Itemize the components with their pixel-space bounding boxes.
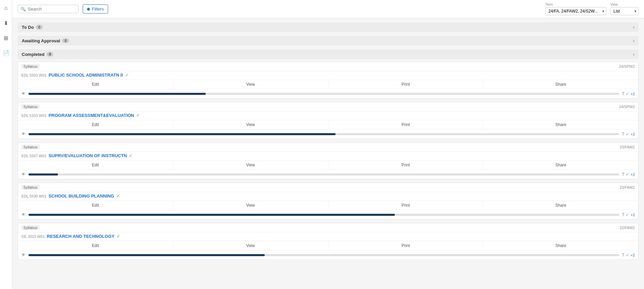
card-title-row: EDL 5103 W01 PROGRAM ASSESSMENT&EVALUATI… [18, 111, 638, 120]
action-row: Edit View Print Share [18, 160, 638, 169]
edit-button[interactable]: Edit [18, 161, 173, 169]
card-term: 24/SPW2 [619, 105, 635, 109]
share-button[interactable]: Share [483, 120, 638, 129]
course-code: EDL 5103 W01 [21, 113, 46, 118]
print-button[interactable]: Print [328, 241, 484, 250]
view-button[interactable]: View [173, 201, 328, 210]
grid-icon[interactable]: ⊞ [1, 33, 11, 43]
print-button[interactable]: Print [328, 201, 484, 210]
progress-actions: T ✓ +2 [622, 172, 635, 177]
todo-title: To Do 0 [22, 25, 43, 30]
course-code: EDL 5530 W01 [21, 194, 46, 198]
term-select-wrapper: 24/FA, 24/FAW2, 24/S2W... [545, 7, 606, 15]
progress-row: 👁 T ✓ +2 [18, 129, 638, 139]
awaiting-title: Awaiting Approval 0 [22, 38, 69, 43]
progress-bar [28, 214, 619, 216]
view-button[interactable]: View [173, 120, 328, 129]
home-icon[interactable]: ⌂ [1, 3, 11, 13]
share-button[interactable]: Share [483, 201, 638, 210]
syllabus-card: Syllabus 23/FAW2 EDL 5507 W01 SUPRV/EVAL… [18, 142, 639, 179]
check-action-icon[interactable]: ✓ [626, 253, 629, 257]
progress-fill [28, 214, 395, 216]
syllabus-card: Syllabus 24/SPW2 EDL 5103 W01 PROGRAM AS… [18, 102, 639, 139]
card-title-row: EDL 5507 W01 SUPRV/EVALUATION OF INSTRUC… [18, 152, 638, 160]
progress-actions: T ✓ +2 [622, 132, 635, 137]
progress-row: 👁 T ✓ +2 [18, 210, 638, 219]
term-label: Term [545, 3, 606, 6]
view-button[interactable]: View [173, 241, 328, 250]
more-button[interactable]: +2 [630, 92, 635, 96]
course-name: RESEARCH AND TECHNOLOGY [47, 234, 115, 239]
completed-cards-container: Syllabus 24/SPW2 EDL 5503 W01 PUBLIC SCH… [18, 62, 639, 260]
verified-icon: ✓ [129, 153, 133, 158]
progress-row: 👁 T ✓ +2 [18, 169, 638, 179]
card-term: 23/FAW2 [620, 185, 635, 189]
eye-icon[interactable]: 👁 [21, 212, 26, 217]
share-button[interactable]: Share [483, 80, 638, 89]
edit-button[interactable]: Edit [18, 120, 173, 129]
share-button[interactable]: Share [483, 161, 638, 169]
eye-icon[interactable]: 👁 [21, 172, 26, 177]
more-button[interactable]: +2 [630, 172, 635, 177]
share-button[interactable]: Share [483, 241, 638, 250]
course-name: SUPRV/EVALUATION OF INSTRUCTN [48, 153, 127, 158]
text-icon[interactable]: T [622, 253, 624, 257]
check-action-icon[interactable]: ✓ [626, 172, 629, 177]
print-button[interactable]: Print [328, 161, 484, 169]
eye-icon[interactable]: 👁 [21, 131, 26, 137]
view-selector-group: View List Grid Calendar [610, 3, 639, 15]
progress-fill [28, 173, 58, 176]
completed-header[interactable]: Completed 8 ‹ [18, 49, 639, 59]
more-button[interactable]: +2 [630, 213, 635, 217]
text-icon[interactable]: T [622, 212, 624, 217]
todo-section: To Do 0 ‹ [18, 22, 639, 32]
download-icon[interactable]: ⬇ [1, 18, 11, 28]
text-icon[interactable]: T [622, 132, 624, 137]
print-button[interactable]: Print [328, 80, 484, 89]
view-button[interactable]: View [173, 161, 328, 169]
more-button[interactable]: +2 [630, 253, 635, 257]
check-action-icon[interactable]: ✓ [626, 212, 629, 217]
check-action-icon[interactable]: ✓ [626, 91, 629, 96]
eye-icon[interactable]: 👁 [21, 91, 26, 96]
text-icon[interactable]: T [622, 91, 624, 96]
content-area: To Do 0 ‹ Awaiting Approval 0 › Complete… [12, 18, 644, 289]
course-code: EDL 5507 W01 [21, 154, 46, 158]
completed-chevron: ‹ [633, 51, 635, 57]
edit-button[interactable]: Edit [18, 80, 173, 89]
filters-button[interactable]: Filters [83, 4, 108, 14]
card-tag: Syllabus [21, 145, 40, 149]
search-input[interactable] [28, 6, 76, 12]
awaiting-header[interactable]: Awaiting Approval 0 › [18, 36, 639, 45]
more-button[interactable]: +2 [630, 132, 635, 136]
edit-button[interactable]: Edit [18, 241, 173, 250]
term-select[interactable]: 24/FA, 24/FAW2, 24/S2W... [545, 7, 606, 15]
completed-section: Completed 8 ‹ Syllabus 24/SPW2 EDL 5503 … [18, 49, 639, 260]
progress-bar [28, 173, 619, 176]
search-icon: 🔍 [21, 7, 26, 12]
progress-bar [28, 133, 619, 135]
check-action-icon[interactable]: ✓ [626, 132, 629, 137]
card-title-row: GE 2023 W01 RESEARCH AND TECHNOLOGY ✓ [18, 232, 638, 241]
view-button[interactable]: View [173, 80, 328, 89]
edit-button[interactable]: Edit [18, 201, 173, 210]
card-term: 23/FAW2 [620, 145, 635, 149]
completed-count: 8 [46, 52, 53, 57]
card-tag: Syllabus [21, 104, 40, 109]
text-icon[interactable]: T [622, 172, 624, 177]
card-header: Syllabus 23/FAW2 [18, 143, 638, 152]
document-icon[interactable]: 📄 [1, 48, 11, 58]
card-title-row: EDL 5530 W01 SCHOOL BUILDING PLANNING ✓ [18, 192, 638, 201]
eye-icon[interactable]: 👁 [21, 252, 26, 257]
todo-header[interactable]: To Do 0 ‹ [18, 22, 639, 32]
progress-fill [28, 93, 206, 95]
print-button[interactable]: Print [328, 120, 484, 129]
progress-actions: T ✓ +2 [622, 253, 635, 257]
view-select[interactable]: List Grid Calendar [610, 7, 639, 15]
progress-row: 👁 T ✓ +2 [18, 89, 638, 98]
verified-icon: ✓ [116, 193, 120, 199]
card-term: 24/SPW2 [619, 64, 635, 68]
sidebar: ⌂ ⬇ ⊞ 📄 [0, 0, 12, 289]
card-tag: Syllabus [21, 185, 40, 190]
course-name: PUBLIC SCHOOL ADMINISTRATN II [48, 73, 123, 78]
